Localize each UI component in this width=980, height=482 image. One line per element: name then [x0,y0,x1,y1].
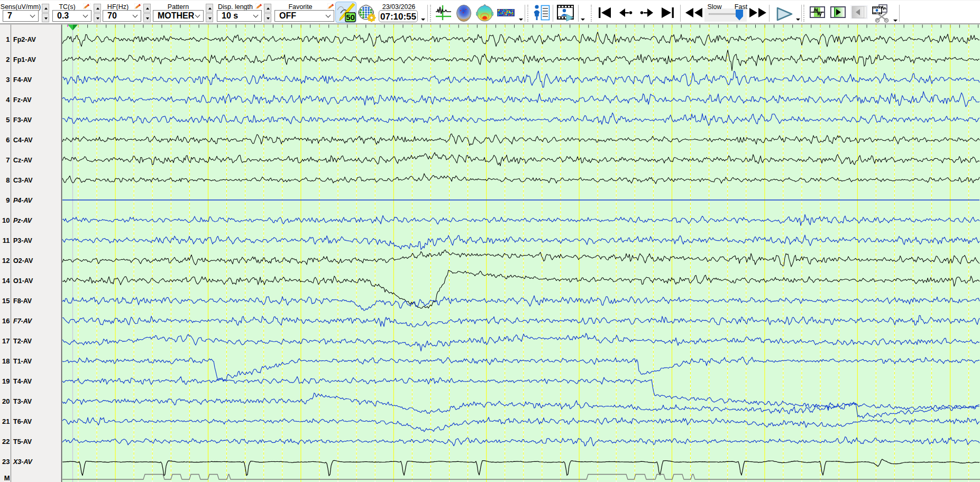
svg-text:O2-AV: O2-AV [13,257,33,265]
svg-text:Fp2-AV: Fp2-AV [13,36,36,43]
svg-text:T3-AV: T3-AV [13,398,32,405]
svg-text:6: 6 [6,136,10,144]
svg-text:20: 20 [2,397,10,405]
svg-text:14: 14 [2,277,10,285]
svg-text:1: 1 [6,35,10,43]
svg-text:T2-AV: T2-AV [13,338,32,345]
svg-text:17: 17 [2,337,10,345]
svg-text:T5-AV: T5-AV [13,438,32,445]
svg-text:21: 21 [2,417,10,425]
svg-text:P3-AV: P3-AV [13,237,33,244]
svg-text:T6-AV: T6-AV [13,418,32,425]
svg-text:O1-AV: O1-AV [13,277,33,285]
svg-text:F7-AV: F7-AV [13,317,33,325]
svg-text:50: 50 [346,13,355,22]
svg-text:Fz-AV: Fz-AV [13,96,32,104]
svg-text:Fp1-AV: Fp1-AV [13,56,36,63]
svg-text:11: 11 [3,237,10,244]
svg-text:22: 22 [2,438,10,445]
svg-text:F3-AV: F3-AV [13,116,32,124]
svg-text:7: 7 [6,156,10,164]
svg-text:P4-AV: P4-AV [13,197,33,204]
svg-text:18: 18 [2,357,10,365]
svg-text:8: 8 [6,176,10,184]
svg-text:5: 5 [6,116,10,124]
svg-text:15: 15 [2,297,10,305]
svg-text:10: 10 [2,216,10,224]
svg-text:23: 23 [2,458,10,466]
svg-text:19: 19 [2,377,10,385]
svg-text:F4-AV: F4-AV [13,76,32,84]
svg-text:X3-AV: X3-AV [13,458,33,466]
svg-text:M: M [4,474,10,482]
svg-text:2: 2 [6,56,10,63]
svg-text:Pz-AV: Pz-AV [13,217,33,224]
svg-text:4: 4 [6,96,10,104]
svg-text:12: 12 [2,257,10,265]
svg-text:T1-AV: T1-AV [13,358,32,365]
svg-text:C4-AV: C4-AV [13,137,33,144]
svg-text:F8-AV: F8-AV [13,297,32,305]
svg-text:16: 16 [2,317,10,325]
svg-text:T4-AV: T4-AV [13,378,32,385]
svg-text:9: 9 [6,196,10,204]
svg-text:Cz-AV: Cz-AV [13,157,33,164]
svg-text:C3-AV: C3-AV [13,177,33,184]
svg-text:3: 3 [6,76,10,84]
